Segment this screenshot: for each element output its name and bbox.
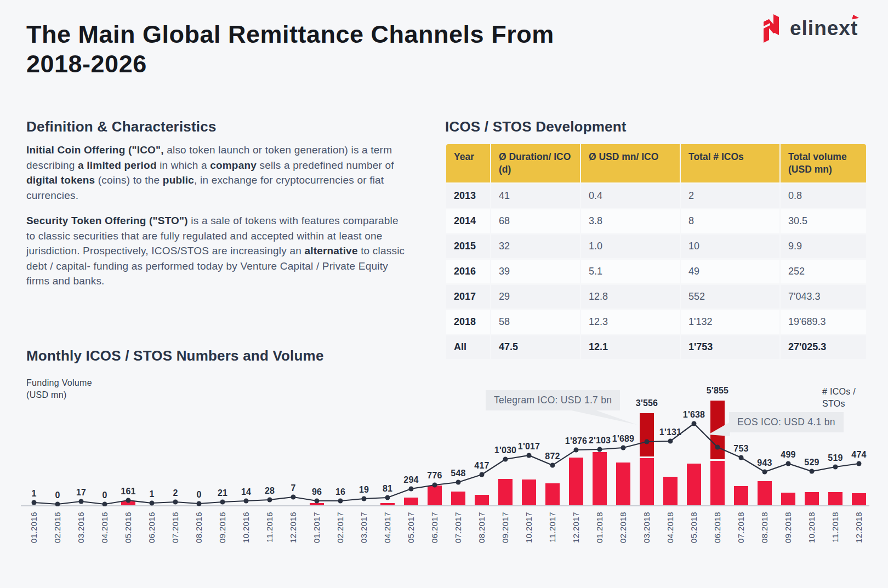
table-cell: 0.8 [781, 184, 866, 208]
table-cell: 27'025.3 [781, 335, 866, 359]
line-point [103, 502, 107, 507]
table-cell: 30.5 [781, 209, 866, 233]
line-point [315, 499, 320, 504]
month-axis-label: 04.2016 [100, 512, 110, 561]
annotation-telegram: Telegram ICO: USD 1.7 bn [486, 390, 620, 410]
month-axis-label: 12.2016 [288, 512, 298, 561]
table-cell: 2015 [446, 235, 490, 258]
month-axis-label: 08.2016 [194, 512, 204, 561]
month-axis-label: 03.2018 [642, 512, 652, 561]
table-cell: 1'132 [681, 310, 779, 334]
line-point [267, 498, 272, 503]
table-cell: 29 [491, 285, 580, 309]
table-cell: 2013 [446, 184, 490, 208]
table-cell: 58 [491, 310, 580, 334]
line-point [32, 500, 37, 505]
monthly-heading: Monthly ICOS / STOS Numbers and Volume [26, 347, 324, 364]
bar-value-label: 1'638 [669, 410, 719, 420]
table-cell: 3.8 [581, 209, 680, 233]
line-point [197, 501, 202, 506]
month-axis-label: 08.2018 [760, 512, 770, 561]
month-axis-label: 07.2017 [453, 512, 463, 561]
bar-value-label: 5'855 [693, 386, 742, 396]
bar-value-label: 753 [716, 444, 766, 454]
ico-development-table: YearØ Duration/ ICO (d)Ø USD mn/ ICOTota… [445, 142, 867, 361]
definition-term: digital tokens [26, 174, 95, 186]
table-cell: 41 [491, 184, 580, 208]
bar-value-label: 1'689 [599, 434, 648, 444]
page-title: The Main Global Remittance Channels From… [26, 20, 618, 79]
definition-text: sells a predefined number of [257, 159, 394, 171]
table-cell: 2018 [446, 310, 490, 334]
month-axis-label: 01.2017 [312, 512, 322, 561]
bar-value-label: 1'131 [646, 427, 695, 437]
table-row: 2015321.0109.9 [446, 235, 866, 258]
bar-value-label: 1'017 [504, 442, 554, 452]
table-row: 20172912.85527'043.3 [446, 285, 866, 309]
table-cell: 39 [491, 260, 580, 283]
annotation-eos: EOS ICO: USD 4.1 bn [729, 412, 844, 432]
bar-value-label: 474 [834, 450, 884, 460]
definition-term: Initial Coin Offering ("ICO", [26, 144, 164, 156]
bar-value-label: 417 [457, 461, 506, 471]
month-axis-label: 03.2016 [76, 512, 86, 561]
month-axis-label: 11.2018 [830, 512, 840, 561]
definition-paragraphs: Initial Coin Offering ("ICO", also token… [26, 142, 410, 299]
definition-term: alternative [304, 245, 357, 256]
definition-term: public [163, 174, 194, 186]
month-axis-label: 06.2017 [430, 512, 440, 561]
table-cell: 12.8 [581, 285, 680, 309]
table-cell: 8 [681, 209, 779, 233]
table-header-cell: Ø USD mn/ ICO [581, 144, 680, 182]
line-point [220, 500, 225, 505]
table-row: 20185812.31'13219'689.3 [446, 310, 866, 334]
month-axis-label: 07.2016 [170, 512, 180, 561]
table-cell: 10 [681, 235, 779, 258]
table-cell: 0.4 [581, 184, 680, 208]
logo-text: elinext [790, 17, 858, 40]
table-cell: 7'043.3 [781, 285, 866, 309]
line-point [338, 499, 343, 504]
line-point [597, 447, 602, 452]
month-axis-label: 10.2016 [241, 512, 251, 561]
month-axis-label: 12.2018 [854, 512, 864, 561]
month-axis-label: 05.2017 [406, 512, 416, 561]
month-axis-label: 10.2018 [807, 512, 817, 561]
definition-paragraph: Security Token Offering ("STO") is a sal… [26, 213, 410, 289]
month-axis-label: 01.2018 [595, 512, 605, 561]
table-row: 2016395.149252 [446, 260, 866, 283]
month-axis-label: 05.2016 [123, 512, 133, 561]
month-axis-label: 05.2018 [689, 512, 699, 561]
elinext-logo-icon [759, 13, 783, 44]
month-axis-label: 04.2018 [665, 512, 675, 561]
month-axis-label: 07.2018 [736, 512, 746, 561]
table-cell: 252 [781, 260, 866, 283]
month-axis-label: 11.2017 [548, 512, 557, 561]
table-header-cell: Total volume (USD mn) [781, 144, 866, 182]
line-point [150, 501, 155, 506]
table-cell: 32 [491, 235, 580, 258]
line-point [173, 500, 178, 505]
table-cell: 552 [681, 285, 779, 309]
table-cell: 5.1 [581, 260, 680, 283]
table-cell: 68 [491, 209, 580, 233]
table-cell: 12.1 [581, 335, 680, 359]
month-axis-label: 02.2017 [335, 512, 345, 561]
table-cell: 19'689.3 [781, 310, 866, 334]
table-header-cell: Ø Duration/ ICO (d) [491, 144, 580, 182]
table-cell: 2016 [446, 260, 490, 283]
line-point [621, 446, 626, 450]
definition-text: (coins) to the [95, 174, 163, 186]
table-cell: All [446, 335, 490, 359]
definition-term: a limited period [78, 159, 157, 171]
line-point [385, 495, 390, 500]
definition-text: in which a [157, 159, 210, 171]
month-axis-label: 09.2018 [783, 512, 793, 561]
line-point [692, 421, 697, 426]
line-point [668, 439, 673, 444]
definition-term: Security Token Offering ("STO") [26, 215, 188, 226]
month-axis-label: 09.2016 [218, 512, 227, 561]
development-heading: ICOS / STOS Development [445, 118, 627, 135]
month-axis-label: 02.2016 [53, 512, 62, 561]
table-cell: 1.0 [581, 235, 680, 258]
